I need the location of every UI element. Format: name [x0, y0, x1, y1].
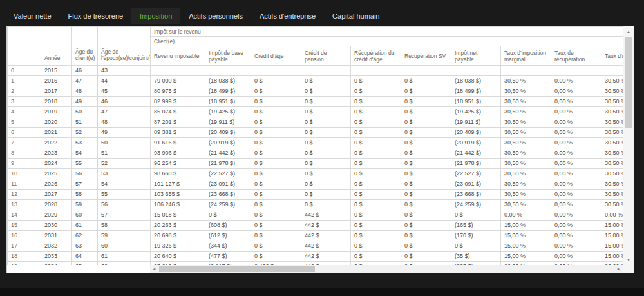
data-cell: 30,50 %	[501, 179, 551, 190]
data-cell: 0 $	[401, 241, 451, 252]
data-cell: 50	[72, 107, 98, 117]
data-cell	[151, 66, 205, 76]
data-cell: 30,50 %	[601, 200, 623, 210]
table-row: 1220275855103 655 $(23 668 $)0 $0 $0 $0 …	[8, 190, 623, 200]
data-cell: (612 $)	[205, 231, 251, 241]
data-cell: 59	[98, 231, 151, 241]
vertical-scrollbar[interactable]: ▲ ▼	[623, 26, 634, 265]
row-number-cell: 19	[8, 262, 41, 266]
data-cell: 103 655 $	[151, 190, 205, 200]
data-cell: (35 $)	[451, 252, 501, 262]
data-cell	[205, 66, 251, 76]
col-header-recuperation-credit-age: Récupération du crédit d'âge	[351, 46, 401, 66]
data-cell: 0 $	[301, 190, 351, 200]
row-number-cell: 10	[8, 169, 41, 179]
data-cell: 0,00 %	[551, 200, 601, 210]
data-cell: 30,50 %	[601, 138, 623, 148]
data-cell: (20 919 $)	[451, 138, 501, 148]
table-row: 1120265754101 127 $(23 091 $)0 $0 $0 $0 …	[8, 179, 623, 190]
data-cell: 20 698 $	[151, 231, 205, 241]
data-cell: (18 499 $)	[205, 86, 251, 97]
data-cell: 2020	[41, 117, 72, 128]
horizontal-scrollbar-thumb[interactable]	[159, 266, 315, 272]
data-cell: 0 $	[301, 128, 351, 138]
data-cell: (19 911 $)	[205, 117, 251, 128]
data-cell: 45	[98, 86, 151, 97]
data-cell: 0 $	[251, 190, 301, 200]
scroll-right-icon[interactable]: ►	[614, 265, 623, 273]
data-cell: 0 $	[351, 169, 401, 179]
data-cell: 89 381 $	[151, 128, 205, 138]
row-number-cell: 12	[8, 190, 41, 200]
row-number-cell: 9	[8, 159, 41, 169]
data-cell: 30,50 %	[601, 179, 623, 190]
vertical-scrollbar-thumb[interactable]	[625, 37, 632, 128]
tax-table: Année Âge du client(e) Âge de l'époux(se…	[7, 26, 623, 265]
data-cell: 15,00 %	[501, 231, 551, 241]
data-cell: 0 $	[401, 159, 451, 169]
data-cell: 61	[72, 221, 98, 231]
table-row: 82023545193 906 $(21 442 $)0 $0 $0 $0 $(…	[8, 148, 623, 159]
scroll-up-icon[interactable]: ▲	[623, 26, 634, 37]
data-cell: 62	[72, 231, 98, 241]
data-cell: 0 $	[351, 221, 401, 231]
scroll-down-icon[interactable]: ▼	[623, 255, 634, 265]
data-cell: 0 $	[301, 76, 351, 86]
data-cell: 0 $	[301, 148, 351, 159]
table-body: 02015464312016474479 000 $(18 038 $)0 $0…	[8, 66, 623, 266]
table-row: 12016474479 000 $(18 038 $)0 $0 $0 $0 $(…	[8, 76, 623, 86]
tab-imposition[interactable]: Imposition	[131, 8, 180, 24]
data-cell: 0 $	[401, 200, 451, 210]
tab-actifs-entreprise[interactable]: Actifs d'entreprise	[251, 8, 324, 24]
data-cell: 30,50 %	[601, 107, 623, 117]
tab-valeur-nette[interactable]: Valeur nette	[5, 8, 60, 24]
data-cell: 0,00 %	[551, 107, 601, 117]
data-cell: 56	[98, 200, 151, 210]
row-number-cell: 7	[8, 138, 41, 148]
data-cell: 0 $	[401, 231, 451, 241]
data-cell	[301, 66, 351, 76]
data-cell: 442 $	[301, 241, 351, 252]
data-cell: 0,00 %	[551, 76, 601, 86]
data-cell: 0,00 %	[551, 117, 601, 128]
data-cell: 46	[72, 66, 98, 76]
col-header-taux-imposition-marginal: Taux d'imposition marginal	[501, 46, 551, 66]
col-header-age-conjoint: Âge de l'époux(se)/conjoint(e)	[98, 27, 151, 66]
data-cell: 0 $	[451, 210, 501, 221]
row-number-cell: 3	[8, 97, 41, 107]
tab-capital-humain[interactable]: Capital humain	[324, 8, 388, 24]
data-cell: 55	[72, 159, 98, 169]
data-cell: 60	[72, 210, 98, 221]
data-cell: 15,00 %	[601, 231, 623, 241]
data-cell: 442 $	[301, 210, 351, 221]
data-cell: 30,50 %	[501, 86, 551, 97]
row-number-cell: 2	[8, 86, 41, 97]
data-cell: 15,00 %	[501, 252, 551, 262]
data-cell: 0 $	[351, 190, 401, 200]
data-cell: (165 $)	[451, 221, 501, 231]
data-cell: 0 $	[251, 159, 301, 169]
data-cell: 0 $	[251, 97, 301, 107]
data-cell: 15,00 %	[601, 221, 623, 231]
data-cell: 2024	[41, 159, 72, 169]
data-cell: 0,00 %	[551, 159, 601, 169]
tax-report-panel: Année Âge du client(e) Âge de l'époux(se…	[6, 26, 634, 273]
data-cell: 30,50 %	[601, 128, 623, 138]
data-cell: (18 038 $)	[205, 76, 251, 86]
table-row: 72022535091 616 $(20 919 $)0 $0 $0 $0 $(…	[8, 138, 623, 148]
table-row: 162031625920 698 $(612 $)0 $442 $0 $0 $(…	[8, 231, 623, 241]
tab-actifs-personnels[interactable]: Actifs personnels	[180, 8, 251, 24]
data-cell: 0 $	[401, 252, 451, 262]
data-cell: 0 $	[301, 200, 351, 210]
scroll-left-icon[interactable]: ◄	[150, 265, 158, 273]
table-header: Année Âge du client(e) Âge de l'époux(se…	[8, 27, 623, 66]
horizontal-scrollbar[interactable]: ◄ ►	[150, 265, 623, 273]
scrollbar-corner	[623, 265, 634, 273]
data-cell: 30,50 %	[601, 148, 623, 159]
group-header-impot-sur-le-revenu: Impôt sur le revenu	[151, 27, 623, 37]
data-cell: 0,00 %	[551, 97, 601, 107]
col-header-impot-net-payable: Impôt net payable	[451, 46, 501, 66]
tab-flux-de-tresorerie[interactable]: Flux de trésorerie	[60, 8, 132, 24]
data-cell: 2015	[41, 66, 72, 76]
data-cell: (19 425 $)	[451, 107, 501, 117]
